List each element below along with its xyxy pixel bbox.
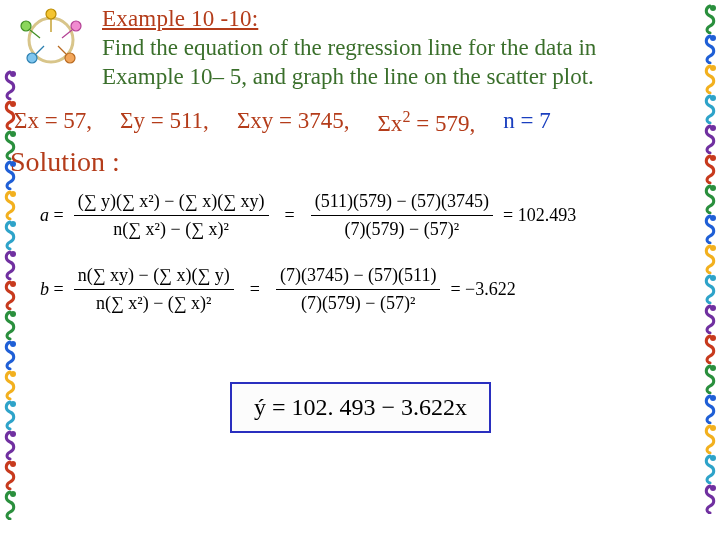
svg-point-22: [710, 215, 716, 221]
svg-line-40: [62, 30, 72, 38]
solution-label: Solution :: [10, 146, 120, 178]
kids-logo: [6, 4, 96, 70]
example-block: Example 10 -10: Find the equation of the…: [102, 6, 696, 92]
a-symbolic-fraction: (∑ y)(∑ x²) − (∑ x)(∑ xy) n(∑ x²) − (∑ x…: [74, 190, 269, 240]
regression-equation: ý = 102. 493 − 3.622x: [254, 394, 467, 420]
svg-point-21: [710, 185, 716, 191]
swirl-icon: [702, 94, 716, 124]
a-result: = 102.493: [503, 205, 576, 226]
svg-point-27: [710, 365, 716, 371]
svg-point-33: [46, 9, 56, 19]
svg-point-8: [10, 311, 16, 317]
swirl-icon: [702, 304, 716, 334]
b-symbolic-fraction: n(∑ xy) − (∑ x)(∑ y) n(∑ x²) − (∑ x)²: [74, 264, 234, 314]
sum-y: Σy = 511,: [120, 108, 209, 137]
swirl-icon: [2, 250, 16, 280]
a-numeric-fraction: (511)(579) − (57)(3745) (7)(579) − (57)²: [311, 190, 493, 240]
svg-point-15: [710, 5, 716, 11]
b-numeric-fraction: (7)(3745) − (57)(511) (7)(579) − (57)²: [276, 264, 440, 314]
sum-x2: Σx2 = 579,: [377, 108, 475, 137]
a-lhs: a =: [40, 205, 64, 226]
left-border: [2, 70, 18, 534]
svg-point-18: [710, 95, 716, 101]
swirl-icon: [702, 394, 716, 424]
formula-a: a = (∑ y)(∑ x²) − (∑ x)(∑ xy) n(∑ x²) − …: [40, 190, 692, 240]
right-border: [702, 4, 718, 534]
svg-point-36: [27, 53, 37, 63]
prompt-line-1: Find the equation of the regression line…: [102, 35, 596, 60]
svg-point-26: [710, 335, 716, 341]
swirl-icon: [702, 274, 716, 304]
swirl-icon: [2, 490, 16, 520]
svg-point-34: [21, 21, 31, 31]
b-result: = −3.622: [450, 279, 515, 300]
swirl-icon: [2, 70, 16, 100]
svg-line-42: [58, 46, 66, 54]
svg-point-23: [710, 245, 716, 251]
svg-point-4: [10, 191, 16, 197]
equals-icon: =: [244, 279, 266, 300]
svg-point-13: [10, 461, 16, 467]
svg-point-25: [710, 305, 716, 311]
formula-b: b = n(∑ xy) − (∑ x)(∑ y) n(∑ x²) − (∑ x)…: [40, 264, 692, 314]
svg-point-10: [10, 371, 16, 377]
svg-point-30: [710, 455, 716, 461]
swirl-icon: [702, 244, 716, 274]
svg-point-20: [710, 155, 716, 161]
svg-point-11: [10, 401, 16, 407]
swirl-icon: [702, 484, 716, 514]
svg-point-19: [710, 125, 716, 131]
swirl-icon: [2, 220, 16, 250]
svg-point-31: [710, 485, 716, 491]
sum-xy: Σxy = 3745,: [237, 108, 350, 137]
svg-point-16: [710, 35, 716, 41]
swirl-icon: [2, 400, 16, 430]
example-prompt: Find the equation of the regression line…: [102, 34, 696, 92]
swirl-icon: [2, 460, 16, 490]
swirl-icon: [702, 184, 716, 214]
svg-point-14: [10, 491, 16, 497]
swirl-icon: [702, 154, 716, 184]
swirl-icon: [2, 340, 16, 370]
example-title: Example 10 -10:: [102, 6, 696, 32]
equals-icon: =: [279, 205, 301, 226]
b-lhs: b =: [40, 279, 64, 300]
swirl-icon: [2, 190, 16, 220]
swirl-icon: [702, 214, 716, 244]
summary-stats: Σx = 57, Σy = 511, Σxy = 3745, Σx2 = 579…: [14, 108, 700, 137]
equations: a = (∑ y)(∑ x²) − (∑ x)(∑ xy) n(∑ x²) − …: [40, 190, 692, 338]
svg-point-28: [710, 395, 716, 401]
swirl-icon: [702, 334, 716, 364]
swirl-icon: [702, 64, 716, 94]
swirl-icon: [2, 370, 16, 400]
swirl-icon: [702, 34, 716, 64]
svg-point-35: [71, 21, 81, 31]
sum-x: Σx = 57,: [14, 108, 92, 137]
svg-point-17: [710, 65, 716, 71]
svg-point-7: [10, 281, 16, 287]
svg-line-39: [30, 30, 40, 38]
svg-line-41: [36, 46, 44, 54]
swirl-icon: [2, 280, 16, 310]
regression-equation-box: ý = 102. 493 − 3.622x: [230, 382, 491, 433]
svg-point-37: [65, 53, 75, 63]
swirl-icon: [702, 124, 716, 154]
prompt-line-2: Example 10– 5, and graph the line on the…: [102, 64, 594, 89]
swirl-icon: [702, 4, 716, 34]
svg-point-12: [10, 431, 16, 437]
swirl-icon: [2, 430, 16, 460]
swirl-icon: [702, 454, 716, 484]
swirl-icon: [2, 310, 16, 340]
svg-point-6: [10, 251, 16, 257]
svg-point-9: [10, 341, 16, 347]
svg-point-24: [710, 275, 716, 281]
n-value: n = 7: [503, 108, 550, 137]
swirl-icon: [702, 364, 716, 394]
swirl-icon: [702, 424, 716, 454]
svg-point-29: [710, 425, 716, 431]
svg-point-5: [10, 221, 16, 227]
svg-point-0: [10, 71, 16, 77]
svg-point-1: [10, 101, 16, 107]
